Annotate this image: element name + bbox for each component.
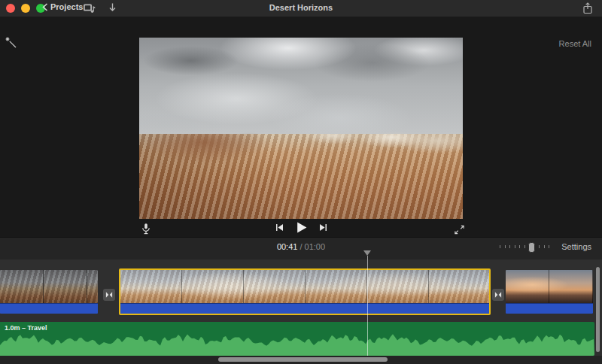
timeline-vertical-scrollbar[interactable] <box>596 267 600 352</box>
reset-all-button[interactable]: Reset All <box>555 38 596 49</box>
auto-enhance-icon[interactable] <box>5 37 17 49</box>
share-icon[interactable] <box>582 2 593 14</box>
timeline-area: 1.0m – Travel <box>0 259 602 364</box>
viewer-area: Reset All <box>0 17 602 237</box>
audio-waveform-shape <box>0 334 594 356</box>
playhead-marker-icon[interactable] <box>363 250 371 256</box>
timeline-scrollbar-strip <box>0 356 602 364</box>
project-title: Desert Horizons <box>0 3 602 12</box>
timecode-total: 01:00 <box>305 242 326 251</box>
zoom-slider-track[interactable] <box>500 245 549 248</box>
imovie-window: Projects Desert Horizons <box>0 0 602 364</box>
title-bar: Projects Desert Horizons <box>0 0 602 17</box>
background-music-track[interactable]: 1.0m – Travel <box>0 322 594 356</box>
fullscreen-icon[interactable] <box>454 224 465 235</box>
next-frame-icon[interactable] <box>318 223 328 232</box>
preview-rocks <box>139 134 463 219</box>
timecode-separator: / <box>297 242 304 251</box>
playhead-line <box>367 256 368 356</box>
settings-button[interactable]: Settings <box>557 241 596 252</box>
video-preview <box>139 38 463 219</box>
playhead[interactable] <box>363 250 371 356</box>
clip-2-audio-bar <box>120 303 489 314</box>
timeline-clip-1[interactable] <box>0 270 98 314</box>
clip-1-audio-bar <box>0 303 98 314</box>
transition-icon[interactable] <box>492 289 504 301</box>
timeline-zoom-slider[interactable] <box>500 241 549 252</box>
clip-3-audio-bar <box>506 303 593 314</box>
timecode-current: 00:41 <box>277 242 298 251</box>
transition-icon[interactable] <box>103 289 115 301</box>
timeline-clip-3[interactable] <box>506 270 593 314</box>
previous-frame-icon[interactable] <box>275 223 284 232</box>
zoom-slider-thumb[interactable] <box>528 242 535 253</box>
music-track-label: 1.0m – Travel <box>5 324 47 332</box>
timeline-header: 00:41 / 01:00 Settings <box>0 237 602 260</box>
timeline-clip-2-selected[interactable] <box>119 268 491 315</box>
transport-controls <box>0 221 602 234</box>
timeline-horizontal-scrollbar[interactable] <box>218 357 388 362</box>
play-icon[interactable] <box>295 221 308 234</box>
